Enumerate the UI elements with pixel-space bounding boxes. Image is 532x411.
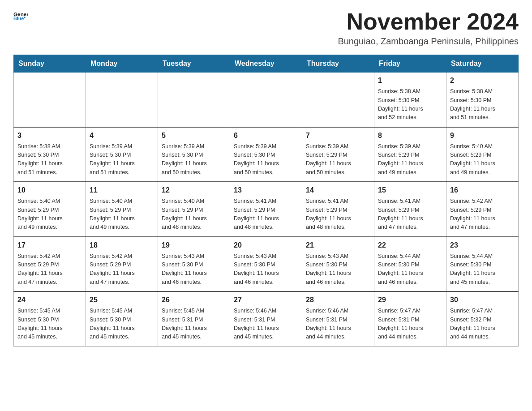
day-info: Sunrise: 5:42 AMSunset: 5:29 PMDaylight:…	[450, 197, 515, 232]
calendar-cell: 4Sunrise: 5:39 AMSunset: 5:30 PMDaylight…	[86, 127, 158, 182]
calendar-cell	[14, 73, 86, 127]
day-number: 11	[90, 185, 154, 196]
day-number: 26	[162, 295, 226, 305]
day-info: Sunrise: 5:39 AMSunset: 5:30 PMDaylight:…	[90, 142, 154, 177]
calendar-week-3: 10Sunrise: 5:40 AMSunset: 5:29 PMDayligh…	[14, 182, 519, 237]
day-number: 14	[306, 185, 370, 196]
day-number: 7	[306, 130, 370, 141]
calendar-cell	[86, 73, 158, 127]
logo: General Blue	[13, 9, 29, 23]
day-number: 17	[17, 240, 82, 251]
day-number: 30	[450, 295, 515, 305]
calendar-cell: 19Sunrise: 5:43 AMSunset: 5:30 PMDayligh…	[158, 237, 230, 292]
day-number: 18	[90, 240, 154, 251]
day-info: Sunrise: 5:38 AMSunset: 5:30 PMDaylight:…	[17, 142, 82, 177]
month-title: November 2024	[338, 9, 519, 34]
day-info: Sunrise: 5:42 AMSunset: 5:29 PMDaylight:…	[90, 252, 154, 287]
calendar-cell: 12Sunrise: 5:40 AMSunset: 5:29 PMDayligh…	[158, 182, 230, 237]
calendar-cell	[158, 73, 230, 127]
calendar-cell: 9Sunrise: 5:40 AMSunset: 5:29 PMDaylight…	[446, 127, 519, 182]
svg-text:Blue: Blue	[13, 16, 24, 21]
day-info: Sunrise: 5:39 AMSunset: 5:29 PMDaylight:…	[306, 142, 370, 177]
day-number: 5	[162, 130, 226, 141]
day-number: 6	[234, 130, 298, 141]
day-info: Sunrise: 5:39 AMSunset: 5:29 PMDaylight:…	[378, 142, 442, 177]
calendar-cell: 21Sunrise: 5:43 AMSunset: 5:30 PMDayligh…	[302, 237, 374, 292]
day-number: 1	[378, 75, 442, 86]
day-number: 19	[162, 240, 226, 251]
day-info: Sunrise: 5:46 AMSunset: 5:31 PMDaylight:…	[306, 307, 370, 342]
calendar-cell: 18Sunrise: 5:42 AMSunset: 5:29 PMDayligh…	[86, 237, 158, 292]
day-info: Sunrise: 5:47 AMSunset: 5:31 PMDaylight:…	[378, 307, 442, 342]
day-number: 20	[234, 240, 298, 251]
location-title: Bunguiao, Zamboanga Peninsula, Philippin…	[338, 36, 519, 47]
day-info: Sunrise: 5:43 AMSunset: 5:30 PMDaylight:…	[306, 252, 370, 287]
svg-marker-1	[23, 17, 26, 18]
day-info: Sunrise: 5:44 AMSunset: 5:30 PMDaylight:…	[450, 252, 515, 287]
day-number: 28	[306, 295, 370, 305]
calendar-cell: 30Sunrise: 5:47 AMSunset: 5:32 PMDayligh…	[446, 291, 519, 346]
day-info: Sunrise: 5:38 AMSunset: 5:30 PMDaylight:…	[378, 87, 442, 122]
day-info: Sunrise: 5:39 AMSunset: 5:30 PMDaylight:…	[162, 142, 226, 177]
calendar-cell: 27Sunrise: 5:46 AMSunset: 5:31 PMDayligh…	[230, 291, 302, 346]
day-info: Sunrise: 5:41 AMSunset: 5:29 PMDaylight:…	[306, 197, 370, 232]
calendar-week-1: 1Sunrise: 5:38 AMSunset: 5:30 PMDaylight…	[14, 73, 519, 127]
general-blue-logo-icon: General Blue	[13, 9, 28, 23]
day-number: 2	[450, 75, 515, 86]
day-info: Sunrise: 5:40 AMSunset: 5:29 PMDaylight:…	[17, 197, 82, 232]
calendar-cell: 8Sunrise: 5:39 AMSunset: 5:29 PMDaylight…	[374, 127, 446, 182]
calendar-cell: 20Sunrise: 5:43 AMSunset: 5:30 PMDayligh…	[230, 237, 302, 292]
calendar-cell: 22Sunrise: 5:44 AMSunset: 5:30 PMDayligh…	[374, 237, 446, 292]
day-number: 27	[234, 295, 298, 305]
calendar-cell	[302, 73, 374, 127]
day-info: Sunrise: 5:45 AMSunset: 5:31 PMDaylight:…	[162, 307, 226, 342]
calendar-cell: 13Sunrise: 5:41 AMSunset: 5:29 PMDayligh…	[230, 182, 302, 237]
calendar-cell: 11Sunrise: 5:40 AMSunset: 5:29 PMDayligh…	[86, 182, 158, 237]
calendar-week-2: 3Sunrise: 5:38 AMSunset: 5:30 PMDaylight…	[14, 127, 519, 182]
day-info: Sunrise: 5:43 AMSunset: 5:30 PMDaylight:…	[234, 252, 298, 287]
day-number: 16	[450, 185, 515, 196]
day-of-week-friday: Friday	[374, 55, 446, 73]
day-info: Sunrise: 5:39 AMSunset: 5:30 PMDaylight:…	[234, 142, 298, 177]
day-info: Sunrise: 5:44 AMSunset: 5:30 PMDaylight:…	[378, 252, 442, 287]
day-number: 24	[17, 295, 82, 305]
calendar-cell: 7Sunrise: 5:39 AMSunset: 5:29 PMDaylight…	[302, 127, 374, 182]
day-of-week-tuesday: Tuesday	[158, 55, 230, 73]
day-of-week-wednesday: Wednesday	[230, 55, 302, 73]
day-of-week-sunday: Sunday	[14, 55, 86, 73]
day-info: Sunrise: 5:45 AMSunset: 5:30 PMDaylight:…	[90, 307, 154, 342]
calendar-week-5: 24Sunrise: 5:45 AMSunset: 5:30 PMDayligh…	[14, 291, 519, 346]
day-number: 12	[162, 185, 226, 196]
day-of-week-monday: Monday	[86, 55, 158, 73]
day-info: Sunrise: 5:40 AMSunset: 5:29 PMDaylight:…	[90, 197, 154, 232]
day-info: Sunrise: 5:41 AMSunset: 5:29 PMDaylight:…	[378, 197, 442, 232]
calendar-cell	[230, 73, 302, 127]
day-number: 22	[378, 240, 442, 251]
calendar-cell: 1Sunrise: 5:38 AMSunset: 5:30 PMDaylight…	[374, 73, 446, 127]
day-info: Sunrise: 5:41 AMSunset: 5:29 PMDaylight:…	[234, 197, 298, 232]
day-number: 8	[378, 130, 442, 141]
calendar-table: SundayMondayTuesdayWednesdayThursdayFrid…	[13, 55, 519, 347]
page-header: General Blue November 2024 Bunguiao, Zam…	[13, 9, 519, 47]
calendar-cell: 5Sunrise: 5:39 AMSunset: 5:30 PMDaylight…	[158, 127, 230, 182]
day-info: Sunrise: 5:38 AMSunset: 5:30 PMDaylight:…	[450, 87, 515, 122]
calendar-cell: 15Sunrise: 5:41 AMSunset: 5:29 PMDayligh…	[374, 182, 446, 237]
day-number: 23	[450, 240, 515, 251]
day-number: 3	[17, 130, 82, 141]
day-number: 10	[17, 185, 82, 196]
day-number: 29	[378, 295, 442, 305]
day-number: 21	[306, 240, 370, 251]
day-number: 9	[450, 130, 515, 141]
day-info: Sunrise: 5:47 AMSunset: 5:32 PMDaylight:…	[450, 307, 515, 342]
calendar-week-4: 17Sunrise: 5:42 AMSunset: 5:29 PMDayligh…	[14, 237, 519, 292]
day-info: Sunrise: 5:40 AMSunset: 5:29 PMDaylight:…	[450, 142, 515, 177]
calendar-cell: 17Sunrise: 5:42 AMSunset: 5:29 PMDayligh…	[14, 237, 86, 292]
day-info: Sunrise: 5:40 AMSunset: 5:29 PMDaylight:…	[162, 197, 226, 232]
calendar-cell: 6Sunrise: 5:39 AMSunset: 5:30 PMDaylight…	[230, 127, 302, 182]
logo-area: General Blue	[13, 9, 29, 23]
day-of-week-thursday: Thursday	[302, 55, 374, 73]
calendar-cell: 25Sunrise: 5:45 AMSunset: 5:30 PMDayligh…	[86, 291, 158, 346]
title-area: November 2024 Bunguiao, Zamboanga Penins…	[338, 9, 519, 47]
day-number: 4	[90, 130, 154, 141]
calendar-cell: 24Sunrise: 5:45 AMSunset: 5:30 PMDayligh…	[14, 291, 86, 346]
